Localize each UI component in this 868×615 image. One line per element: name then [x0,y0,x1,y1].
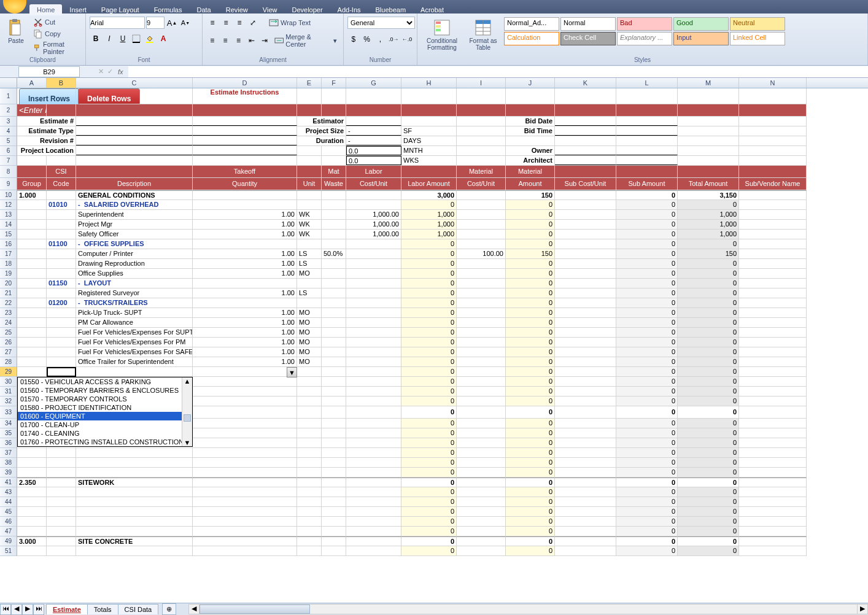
cell-style-option[interactable]: Normal_Ad... [504,17,559,31]
dropdown-item[interactable]: 01550 - VEHICULAR ACCESS & PARKING [18,377,192,386]
row-header-36[interactable]: 36 [0,438,17,448]
row-header-12[interactable]: 12 [0,200,17,210]
dropdown-item[interactable]: 01760 - PROTECTING INSTALLED CONSTRUCTIO… [18,438,192,446]
row-header-8[interactable]: 8 [0,166,17,178]
column-header-D[interactable]: D [193,78,297,88]
sheet-tab-totals[interactable]: Totals [87,604,118,614]
row-header-5[interactable]: 5 [0,136,17,146]
formula-input[interactable] [128,66,868,77]
row-header-38[interactable]: 38 [0,458,17,468]
italic-button[interactable]: I [103,33,115,45]
column-header-C[interactable]: C [76,78,193,88]
column-header-A[interactable]: A [17,78,47,88]
row-header-16[interactable]: 16 [0,239,17,249]
row-header-51[interactable]: 51 [0,546,17,556]
row-header-21[interactable]: 21 [0,288,17,298]
row-header-49[interactable]: 49 [0,536,17,546]
dropdown-item[interactable]: 01740 - CLEANING [18,429,192,438]
dropdown-item[interactable]: 01600 - EQUIPMENT [18,412,192,420]
font-name-select[interactable] [90,17,145,29]
dropdown-item[interactable]: 01570 - TEMPORARY CONTROLS [18,395,192,403]
align-right-button[interactable]: ≡ [233,34,244,47]
increase-indent-button[interactable]: ⇥ [259,34,271,47]
new-sheet-button[interactable]: ⊕ [162,603,176,615]
dropdown-item[interactable]: 01700 - CLEAN-UP [18,420,192,429]
cell-style-option[interactable]: Check Cell [560,32,616,45]
cell-style-option[interactable]: Linked Cell [730,32,785,45]
last-sheet-button[interactable]: ⏭ [33,604,44,615]
copy-button[interactable]: Copy [31,28,82,39]
row-header-10[interactable]: 10 [0,190,17,200]
currency-button[interactable]: $ [347,33,360,45]
comma-button[interactable]: , [374,33,387,45]
row-header-43[interactable]: 43 [0,487,17,497]
office-button[interactable] [3,0,26,14]
row-header-30[interactable]: 30 [0,377,17,387]
row-header-20[interactable]: 20 [0,279,17,288]
paste-button[interactable]: Paste [4,17,28,45]
cell-style-option[interactable]: Input [673,32,729,45]
sheet-tab-estimate[interactable]: Estimate [46,604,88,614]
row-header-32[interactable]: 32 [0,396,17,406]
dropdown-item[interactable]: 01560 - TEMPORARY BARRIERS & ENCLOSURES [18,386,192,395]
increase-font-button[interactable]: A▲ [166,17,178,29]
row-header-47[interactable]: 47 [0,527,17,536]
prev-sheet-button[interactable]: ◀ [11,604,22,615]
cell-style-option[interactable]: Calculation [504,32,559,45]
border-button[interactable] [130,33,142,45]
row-header-29[interactable]: 29 [0,367,17,377]
cell-style-option[interactable]: Explanatory ... [617,32,672,45]
decrease-decimal-button[interactable]: ←.0 [401,33,413,45]
row-header-2[interactable]: 2 [0,104,17,117]
dropdown-scrollbar[interactable]: ▲▼ [182,377,192,446]
row-header-28[interactable]: 28 [0,357,17,367]
row-header-23[interactable]: 23 [0,308,17,318]
underline-button[interactable]: U [117,33,129,45]
column-header-F[interactable]: F [322,78,346,88]
row-header-24[interactable]: 24 [0,318,17,328]
enter-formula-icon[interactable]: ✓ [107,68,113,75]
dropdown-list[interactable]: 01550 - VEHICULAR ACCESS & PARKING01560 … [17,377,193,447]
align-center-button[interactable]: ≡ [219,34,231,47]
column-header-H[interactable]: H [401,78,457,88]
percent-button[interactable]: % [361,33,373,45]
active-cell[interactable] [47,367,76,377]
row-header-45[interactable]: 45 [0,507,17,517]
row-header-25[interactable]: 25 [0,328,17,338]
horizontal-scrollbar[interactable]: ◀ ▶ [188,604,868,614]
cut-button[interactable]: Cut [31,17,82,28]
decrease-font-button[interactable]: A▼ [179,17,192,29]
bold-button[interactable]: B [90,33,102,45]
row-header-6[interactable]: 6 [0,146,17,156]
row-header-7[interactable]: 7 [0,156,17,166]
row-header-17[interactable]: 17 [0,249,17,259]
row-header-9[interactable]: 9 [0,178,17,190]
cells-area[interactable]: Insert RowsDelete RowsEstimate Instructi… [17,88,807,556]
column-header-K[interactable]: K [555,78,616,88]
next-sheet-button[interactable]: ▶ [22,604,33,615]
increase-decimal-button[interactable]: .0→ [387,33,400,45]
row-header-13[interactable]: 13 [0,210,17,220]
first-sheet-button[interactable]: ⏮ [0,604,11,615]
row-header-18[interactable]: 18 [0,259,17,269]
row-header-35[interactable]: 35 [0,428,17,438]
column-header-G[interactable]: G [346,78,401,88]
column-header-M[interactable]: M [678,78,739,88]
dropdown-item[interactable]: 01580 - PROJECT IDENTIFICATION [18,403,192,412]
number-format-select[interactable]: General [347,17,415,29]
cancel-formula-icon[interactable]: ✕ [98,68,104,75]
orientation-button[interactable]: ⤢ [247,17,259,29]
cell-style-option[interactable]: Bad [617,17,672,31]
cell-style-option[interactable]: Normal [560,17,616,31]
row-header-39[interactable]: 39 [0,468,17,478]
sheet-tab-csi-data[interactable]: CSI Data [118,604,159,614]
row-header-14[interactable]: 14 [0,220,17,230]
column-header-J[interactable]: J [506,78,555,88]
align-top-button[interactable]: ≡ [206,17,219,29]
row-header-34[interactable]: 34 [0,419,17,428]
align-left-button[interactable]: ≡ [206,34,218,47]
row-header-22[interactable]: 22 [0,298,17,308]
wrap-text-button[interactable]: Wrap Text [266,17,313,28]
cell-style-option[interactable]: Neutral [730,17,785,31]
row-header-27[interactable]: 27 [0,347,17,357]
